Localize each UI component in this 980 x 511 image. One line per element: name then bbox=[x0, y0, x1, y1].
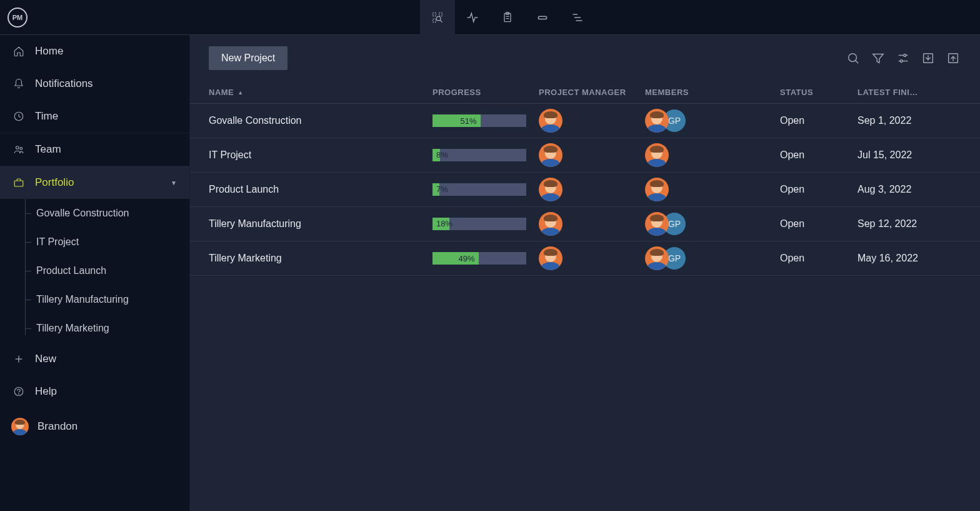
subnav-item[interactable]: Product Launch bbox=[28, 256, 189, 285]
app-logo[interactable]: PM bbox=[0, 0, 35, 35]
svg-point-25 bbox=[904, 54, 906, 57]
col-latest-finish[interactable]: LATEST FINI… bbox=[858, 88, 961, 97]
subnav-item[interactable]: IT Project bbox=[28, 228, 189, 256]
subnav-item[interactable]: Govalle Construction bbox=[28, 199, 189, 228]
progress-fill: 51% bbox=[432, 114, 481, 127]
svg-point-14 bbox=[16, 146, 19, 149]
import-icon[interactable] bbox=[920, 50, 936, 66]
table-row[interactable]: Tillery Marketing49%GPOpenMay 16, 2022 bbox=[190, 241, 980, 276]
progress-text: 49% bbox=[458, 254, 474, 263]
members-cell bbox=[645, 178, 780, 201]
progress-cell: 18% bbox=[432, 218, 539, 230]
projects-table-body: Govalle Construction51%GPOpenSep 1, 2022… bbox=[190, 104, 980, 511]
nav-label: Home bbox=[35, 45, 63, 58]
table-row[interactable]: Product Launch7%OpenAug 3, 2022 bbox=[190, 173, 980, 207]
svg-point-21 bbox=[849, 54, 857, 62]
settings-sliders-icon[interactable] bbox=[895, 50, 911, 66]
sort-asc-icon: ▲ bbox=[238, 89, 243, 96]
members-cell bbox=[645, 143, 780, 167]
manager-avatar[interactable] bbox=[539, 143, 562, 167]
member-avatar[interactable] bbox=[645, 246, 669, 270]
status-cell: Open bbox=[780, 115, 858, 126]
finish-date-cell: Sep 1, 2022 bbox=[858, 115, 961, 126]
nav-portfolio[interactable]: Portfolio ▼ bbox=[0, 166, 189, 199]
nav-time[interactable]: Time bbox=[0, 100, 189, 133]
attachment-icon[interactable] bbox=[525, 0, 560, 35]
clock-icon bbox=[12, 110, 25, 123]
project-name: Product Launch bbox=[209, 184, 432, 195]
members-cell: GP bbox=[645, 109, 780, 133]
chevron-down-icon: ▼ bbox=[171, 180, 177, 186]
project-manager-cell bbox=[539, 143, 645, 167]
manager-avatar[interactable] bbox=[539, 178, 562, 201]
nav-help[interactable]: Help bbox=[0, 375, 189, 408]
nav-label: Time bbox=[35, 110, 58, 123]
svg-marker-23 bbox=[873, 54, 884, 63]
subnav-item[interactable]: Tillery Manufacturing bbox=[28, 285, 189, 314]
member-avatar[interactable] bbox=[645, 109, 669, 133]
home-icon bbox=[12, 45, 25, 58]
progress-fill: 49% bbox=[432, 252, 479, 265]
status-cell: Open bbox=[780, 149, 858, 161]
member-avatar[interactable] bbox=[645, 178, 669, 201]
current-user[interactable]: Brandon bbox=[0, 408, 189, 445]
manager-avatar[interactable] bbox=[539, 212, 562, 236]
zoom-search-icon[interactable] bbox=[420, 0, 455, 35]
search-icon[interactable] bbox=[845, 50, 861, 66]
project-name: Tillery Manufacturing bbox=[209, 218, 432, 230]
nav-team[interactable]: Team bbox=[0, 133, 189, 166]
gantt-icon[interactable] bbox=[560, 0, 595, 35]
table-row[interactable]: Tillery Manufacturing18%GPOpenSep 12, 20… bbox=[190, 207, 980, 241]
table-header: NAME ▲ PROGRESS PROJECT MANAGER MEMBERS … bbox=[190, 81, 980, 104]
status-cell: Open bbox=[780, 253, 858, 264]
project-name: Tillery Marketing bbox=[209, 253, 432, 264]
col-name[interactable]: NAME ▲ bbox=[209, 88, 432, 97]
project-manager-cell bbox=[539, 178, 645, 201]
finish-date-cell: Sep 12, 2022 bbox=[858, 218, 961, 230]
col-project-manager[interactable]: PROJECT MANAGER bbox=[539, 88, 645, 97]
status-cell: Open bbox=[780, 184, 858, 195]
manager-avatar[interactable] bbox=[539, 246, 562, 270]
svg-point-27 bbox=[900, 60, 902, 63]
help-icon bbox=[12, 385, 25, 398]
svg-rect-16 bbox=[14, 181, 23, 186]
subnav-item[interactable]: Tillery Marketing bbox=[28, 314, 189, 343]
nav-label: Help bbox=[35, 385, 57, 398]
project-manager-cell bbox=[539, 246, 645, 270]
clipboard-icon[interactable] bbox=[490, 0, 525, 35]
progress-cell: 7% bbox=[432, 183, 539, 196]
col-status[interactable]: STATUS bbox=[780, 88, 858, 97]
nav-new[interactable]: New bbox=[0, 343, 189, 375]
col-members[interactable]: MEMBERS bbox=[645, 88, 780, 97]
filter-icon[interactable] bbox=[870, 50, 886, 66]
progress-bar: 7% bbox=[432, 183, 526, 196]
progress-bar: 8% bbox=[432, 149, 526, 161]
progress-cell: 49% bbox=[432, 252, 539, 265]
member-avatar[interactable] bbox=[645, 212, 669, 236]
nav-notifications[interactable]: Notifications bbox=[0, 68, 189, 100]
nav-label: Team bbox=[35, 143, 61, 156]
col-progress[interactable]: PROGRESS bbox=[432, 88, 539, 97]
toolbar: New Project bbox=[190, 35, 980, 81]
status-cell: Open bbox=[780, 218, 858, 230]
export-icon[interactable] bbox=[945, 50, 961, 66]
progress-bar: 49% bbox=[432, 252, 526, 265]
nav-home[interactable]: Home bbox=[0, 35, 189, 68]
progress-text: 51% bbox=[460, 116, 476, 126]
member-avatar[interactable] bbox=[645, 143, 669, 167]
progress-text: 7% bbox=[436, 185, 448, 194]
manager-avatar[interactable] bbox=[539, 109, 562, 133]
svg-point-3 bbox=[436, 16, 441, 21]
nav-label: Portfolio bbox=[35, 176, 74, 189]
project-name: Govalle Construction bbox=[209, 115, 432, 126]
project-manager-cell bbox=[539, 212, 645, 236]
table-row[interactable]: IT Project8%OpenJul 15, 2022 bbox=[190, 138, 980, 173]
plus-icon bbox=[12, 353, 25, 365]
table-row[interactable]: Govalle Construction51%GPOpenSep 1, 2022 bbox=[190, 104, 980, 138]
nav-label: New bbox=[35, 353, 56, 365]
activity-icon[interactable] bbox=[455, 0, 490, 35]
new-project-button[interactable]: New Project bbox=[209, 46, 288, 70]
col-label: NAME bbox=[209, 88, 234, 97]
sidebar: Home Notifications Time Team bbox=[0, 35, 190, 511]
portfolio-subnav: Govalle Construction IT Project Product … bbox=[0, 199, 189, 343]
